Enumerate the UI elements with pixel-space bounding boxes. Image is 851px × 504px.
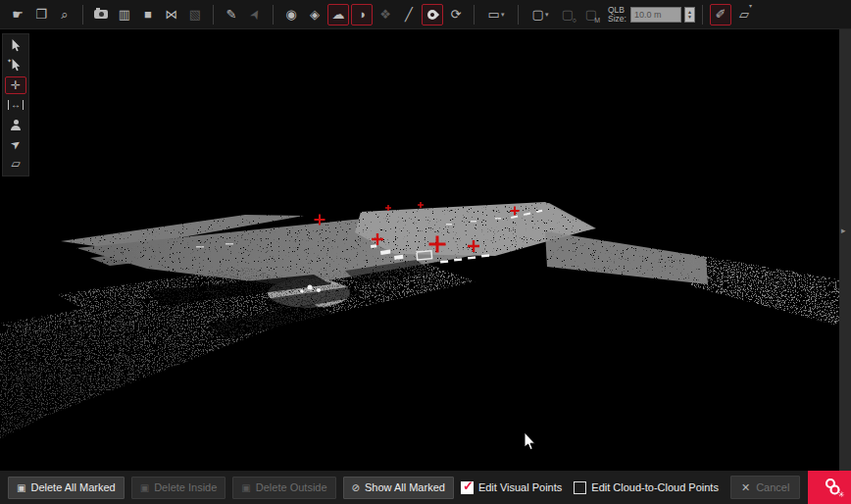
mesh-toggle-button[interactable]: ❖ — [375, 4, 396, 25]
cube-icon: ▢ — [532, 7, 544, 22]
filter-tool-button[interactable]: ⟳ — [445, 4, 467, 25]
point-cloud-canvas[interactable] — [0, 0, 851, 504]
edit-visual-points-option[interactable]: ✓ Edit Visual Points — [461, 481, 562, 494]
smart-select-tool-button[interactable]: ✦ — [5, 57, 26, 75]
cloud-icon: ☁ — [332, 7, 345, 22]
qlb-box-globe-button[interactable]: ▢ ○ — [557, 4, 578, 25]
sphere-view-button[interactable]: ◉ — [280, 4, 302, 25]
delete-all-marked-label: Delete All Marked — [30, 481, 115, 493]
optimize-bundle-button[interactable]: ✳ Optimize Bundle — [808, 471, 851, 504]
cursor-arrow-icon — [11, 39, 22, 53]
measure-tool-button[interactable]: ✎ — [221, 4, 242, 25]
paper-plane-icon: ➤ — [8, 135, 24, 152]
m-overlay-label: M — [594, 17, 600, 24]
toolbar-separator — [702, 5, 703, 25]
edit-cloud-to-cloud-checkbox[interactable] — [574, 481, 586, 494]
trowel-icon: ✐ — [715, 7, 726, 22]
pick-tool-button[interactable]: ➤ — [244, 4, 266, 25]
qlb-box-m-button[interactable]: ▢ M — [580, 4, 602, 25]
panorama-icon: ⋈ — [166, 7, 178, 22]
cancel-button[interactable]: ✕ Cancel — [730, 476, 800, 499]
toolbar-separator — [474, 5, 475, 25]
delete-outside-label: Delete Outside — [256, 481, 327, 493]
delete-all-marked-button[interactable]: ▣ Delete All Marked — [8, 477, 125, 499]
distance-tool-button[interactable]: ↔ — [5, 96, 26, 114]
select-tool-button[interactable] — [5, 37, 26, 55]
qlb-size-input[interactable] — [630, 7, 681, 23]
fly-tool-button[interactable]: ➤ — [5, 135, 26, 153]
toolbar-separator — [82, 5, 83, 25]
zoom-region-button[interactable]: ⌕ — [54, 4, 75, 25]
pin-tool-button[interactable] — [422, 4, 443, 25]
eraser-tool-button[interactable]: ▱ ▾ — [733, 4, 755, 25]
panorama-view-button[interactable]: ⋈ — [161, 4, 182, 25]
edit-cloud-to-cloud-label: Edit Cloud-to-Cloud Points — [591, 481, 719, 493]
distance-icon: ↔ — [8, 100, 24, 110]
bundle-icon: ✳ — [824, 477, 845, 498]
point-cloud-toggle-button[interactable]: ☁ — [327, 4, 349, 25]
shading-toggle-button[interactable]: ◑ — [351, 4, 373, 25]
rect-select-icon: ▭ — [488, 7, 500, 22]
marked-square-icon: ▣ — [17, 482, 25, 493]
delete-inside-label: Delete Inside — [154, 481, 217, 493]
split-view-button[interactable]: ▥ — [114, 4, 135, 25]
location-pin-icon — [426, 7, 439, 21]
bottom-action-bar: ▣ Delete All Marked ▣ Delete Inside ▣ De… — [0, 471, 851, 504]
cursor-arrow-icon — [11, 59, 22, 73]
eye-slash-icon: ⊘ — [352, 482, 360, 493]
chevron-up-icon: ▾ — [749, 2, 752, 9]
edit-visual-points-checkbox[interactable]: ✓ — [461, 481, 474, 494]
show-all-marked-button[interactable]: ⊘ Show All Marked — [343, 477, 454, 499]
toolbar-separator — [213, 5, 214, 25]
toolbar-separator — [273, 5, 274, 25]
ruler-tool-button[interactable]: ╱ — [398, 4, 420, 25]
cancel-label: Cancel — [756, 481, 789, 493]
pan-tool-button[interactable]: ☛ — [7, 4, 28, 25]
checkmark-icon: ✓ — [463, 479, 474, 493]
cascade-windows-button[interactable]: ❐ — [30, 4, 52, 25]
brush-tool-button[interactable]: ✐ — [710, 4, 731, 25]
qlb-size-label: QLB Size: — [608, 6, 626, 24]
pencil-icon: ✎ — [226, 7, 237, 22]
person-icon — [10, 120, 22, 130]
cursor-pick-icon: ➤ — [246, 6, 264, 23]
viewport-tool-strip: ✦ ✛ ↔ ➤ ▱ — [2, 33, 29, 176]
panel-expander-arrow-icon[interactable]: ▸ — [841, 226, 846, 235]
qlb-size-spinner[interactable]: ▲ ▼ — [684, 7, 695, 23]
solid-view-button[interactable]: ■ — [137, 4, 159, 25]
eraser-icon: ▱ — [739, 7, 749, 22]
box-view-tool-button[interactable]: ▱ — [5, 155, 26, 173]
point-cloud-sparse — [0, 253, 845, 439]
move-cross-icon: ✛ — [11, 78, 21, 92]
spinner-down-icon[interactable]: ▼ — [687, 15, 692, 19]
half-circle-icon: ◑ — [358, 7, 366, 22]
magnifier-icon: ⌕ — [61, 7, 68, 23]
right-panel-strip: ▸ — [839, 29, 851, 471]
image-view-button[interactable]: ▧ — [184, 4, 206, 25]
pan-hand-icon: ☛ — [12, 7, 24, 22]
chevron-down-icon: ▾ — [545, 11, 549, 19]
qlb-box-button[interactable]: ▢ ▾ — [526, 4, 555, 25]
edit-cloud-to-cloud-option[interactable]: Edit Cloud-to-Cloud Points — [574, 481, 719, 494]
svg-text:✳: ✳ — [838, 490, 845, 498]
camera-view-button[interactable] — [90, 4, 112, 25]
tag-icon: ◈ — [310, 7, 320, 22]
delete-outside-button[interactable]: ▣ Delete Outside — [232, 477, 335, 499]
mesh-icon: ❖ — [379, 7, 391, 22]
chevron-down-icon: ▾ — [501, 11, 505, 19]
tag-tool-button[interactable]: ◈ — [304, 4, 325, 25]
edit-visual-points-label: Edit Visual Points — [478, 481, 562, 493]
split-view-icon: ▥ — [119, 7, 130, 22]
move-tool-button[interactable]: ✛ — [5, 76, 26, 94]
ruler-icon: ╱ — [405, 7, 413, 22]
mouse-cursor-icon — [523, 431, 536, 451]
person-view-tool-button[interactable] — [5, 116, 26, 133]
rect-select-button[interactable]: ▭ ▾ — [481, 4, 511, 25]
show-all-marked-label: Show All Marked — [365, 481, 445, 493]
delete-inside-button[interactable]: ▣ Delete Inside — [131, 477, 226, 499]
box-3d-icon: ▱ — [11, 157, 20, 171]
close-icon: ✕ — [741, 481, 750, 494]
marked-square-icon: ▣ — [241, 482, 250, 493]
image-icon: ▧ — [189, 7, 201, 22]
sparkle-icon: ✦ — [7, 57, 12, 64]
